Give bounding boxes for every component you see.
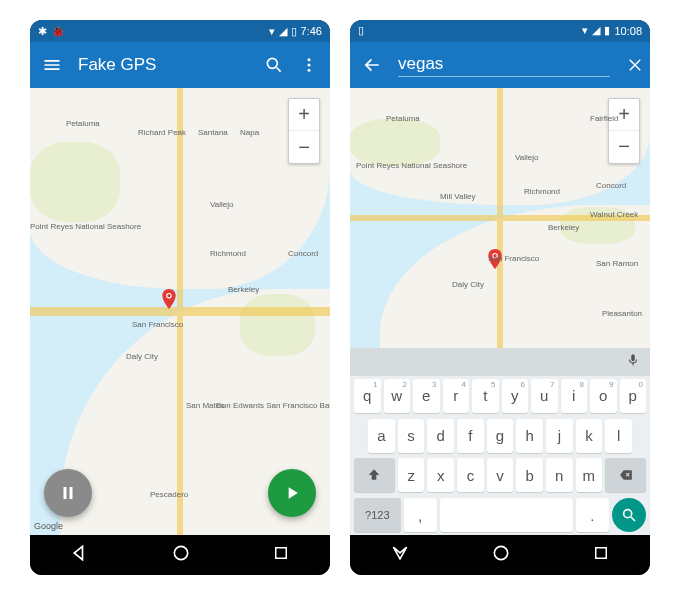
city-label: Daly City [126,352,158,361]
nav-back-icon[interactable] [390,543,410,567]
key-h[interactable]: h [516,419,543,453]
back-icon[interactable] [362,55,382,75]
key-o[interactable]: o9 [590,379,617,413]
search-key[interactable] [612,498,646,532]
nav-recent-icon[interactable] [272,544,290,566]
battery-icon: ▯ [291,25,297,38]
city-label: San Francisco [132,320,183,329]
status-bar: ▯ ▾ ◢ ▮ 10:08 [350,20,650,42]
key-f[interactable]: f [457,419,484,453]
mic-icon[interactable] [626,353,640,371]
city-label: Don Edwards San Francisco Bay National W… [216,401,330,410]
nav-home-icon[interactable] [491,543,511,567]
city-label: Pescadero [150,490,188,499]
key-i[interactable]: i8 [561,379,588,413]
city-label: Santana [198,128,228,137]
city-label: Point Reyes National Seashore [30,222,141,231]
key-q[interactable]: q1 [354,379,381,413]
svg-rect-10 [275,548,286,559]
search-input[interactable] [398,52,610,77]
city-label: Richard Peak [138,128,186,137]
debug-icon: ✱ [38,25,47,38]
city-label: Pleasanton [602,309,642,318]
key-x[interactable]: x [427,458,454,492]
city-label: Point Reyes National Seashore [356,161,467,170]
zoom-controls: + − [608,98,640,164]
zoom-out-button[interactable]: − [609,131,639,163]
key-c[interactable]: c [457,458,484,492]
wifi-icon: ▾ [269,25,275,38]
key-k[interactable]: k [576,419,603,453]
backspace-key[interactable] [605,458,646,492]
city-label: San Ramon [596,259,638,268]
key-j[interactable]: j [546,419,573,453]
key-u[interactable]: u7 [531,379,558,413]
key-w[interactable]: w2 [384,379,411,413]
period-key[interactable]: . [576,498,609,532]
city-label: Mill Valley [440,192,475,201]
key-v[interactable]: v [487,458,514,492]
city-label: Daly City [452,280,484,289]
signal-icon: ◢ [279,25,287,38]
key-l[interactable]: l [605,419,632,453]
clear-icon[interactable] [626,56,644,74]
google-logo: Google [34,521,63,531]
key-p[interactable]: p0 [620,379,647,413]
svg-line-1 [277,68,281,72]
sym-key[interactable]: ?123 [354,498,401,532]
battery-icon: ▮ [604,24,610,37]
nav-recent-icon[interactable] [592,544,610,566]
key-e[interactable]: e3 [413,379,440,413]
svg-point-18 [624,510,632,518]
key-b[interactable]: b [516,458,543,492]
nav-back-icon[interactable] [70,543,90,567]
svg-rect-7 [64,487,67,499]
svg-point-3 [308,64,311,67]
svg-point-6 [167,294,170,297]
svg-point-20 [494,546,507,559]
shift-key[interactable] [354,458,395,492]
svg-point-4 [308,69,311,72]
key-s[interactable]: s [398,419,425,453]
city-label: Berkeley [228,285,259,294]
key-g[interactable]: g [487,419,514,453]
map-area[interactable]: + − PetalumaFairfieldVallejoPoint Reyes … [350,88,650,348]
nav-home-icon[interactable] [171,543,191,567]
comma-key[interactable]: , [404,498,437,532]
overflow-icon[interactable] [300,56,318,74]
key-d[interactable]: d [427,419,454,453]
svg-rect-21 [595,548,606,559]
menu-icon[interactable] [42,55,62,75]
phone-left: ✱ 🐞 ▾ ◢ ▯ 7:46 Fake GPS [30,20,330,575]
svg-point-9 [174,546,187,559]
nav-bar [30,535,330,575]
key-m[interactable]: m [576,458,603,492]
pause-button[interactable] [44,469,92,517]
city-label: Richmond [524,187,560,196]
city-label: San Francisco [488,254,539,263]
battery-icon: ▯ [358,24,364,37]
app-bar: Fake GPS [30,42,330,88]
svg-line-19 [631,517,635,521]
keyboard: q1w2e3r4t5y6u7i8o9p0 asdfghjkl zxcvbnm ?… [350,348,650,535]
key-n[interactable]: n [546,458,573,492]
key-t[interactable]: t5 [472,379,499,413]
key-r[interactable]: r4 [443,379,470,413]
zoom-out-button[interactable]: − [289,131,319,163]
city-label: Fairfield [590,114,618,123]
signal-icon: ◢ [592,24,600,37]
key-z[interactable]: z [398,458,425,492]
search-icon[interactable] [264,55,284,75]
key-y[interactable]: y6 [502,379,529,413]
key-a[interactable]: a [368,419,395,453]
city-label: Napa [240,128,259,137]
city-label: Richmond [210,249,246,258]
space-key[interactable] [440,498,573,532]
map-area[interactable]: + − Google PetalumaRichard PeakSantanaNa… [30,88,330,535]
app-title: Fake GPS [78,55,248,75]
zoom-in-button[interactable]: + [289,99,319,131]
status-time: 7:46 [301,25,322,37]
city-label: Concord [288,249,318,258]
play-button[interactable] [268,469,316,517]
phone-right: ▯ ▾ ◢ ▮ 10:08 [350,20,650,575]
